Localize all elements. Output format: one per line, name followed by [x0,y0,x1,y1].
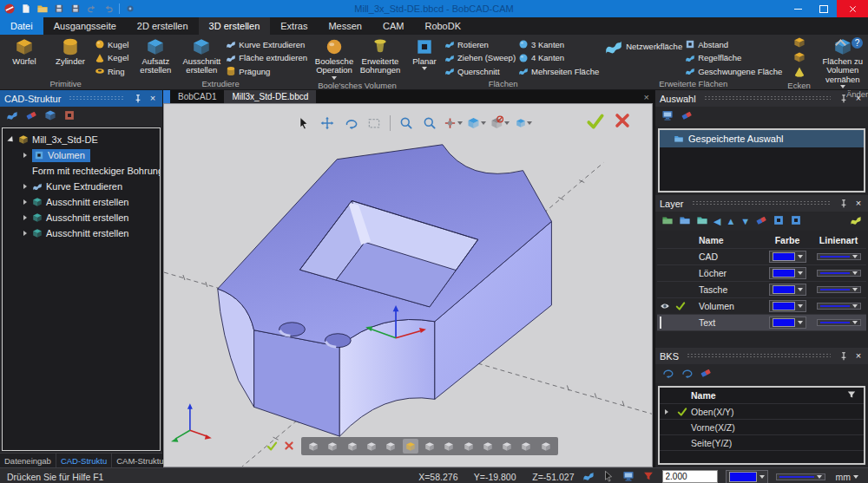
view-orientation-button[interactable] [499,439,515,454]
view-preset-tool[interactable] [514,114,533,133]
cursor-tool-icon[interactable] [602,470,615,483]
visibility-eye-icon[interactable] [657,301,673,311]
ok-button[interactable] [586,112,605,133]
zoom-window-tool[interactable] [397,114,416,133]
close-panel-icon[interactable]: × [853,351,864,362]
minimize-button[interactable] [785,0,811,17]
flag-icon[interactable] [642,470,654,483]
linestyle-dropdown[interactable] [817,253,861,260]
mehrseiten-flaeche-button[interactable]: Mehrseiten Fläche [518,65,599,78]
praegung-button[interactable]: Prägung [226,65,307,78]
cancel-button[interactable] [614,112,631,133]
bks-row-oben[interactable]: Oben(X/Y) [660,404,864,420]
tree-root[interactable]: Mill_3x_Std-DE [3,132,160,147]
geschwungene-flaeche-button[interactable]: Geschwungene Fläche [685,65,782,78]
zylinder-button[interactable]: Zylinder [49,36,92,66]
view-orientation-button[interactable] [364,439,379,454]
wcs-new-icon[interactable] [661,367,674,381]
color-dropdown[interactable] [769,267,806,279]
save-as-button[interactable] [69,3,82,15]
tab-dateneingabe[interactable]: Dateneingab [0,454,56,467]
dropdown-caret[interactable] [527,121,532,125]
linestyle-dropdown[interactable] [817,303,861,310]
linestyle-dropdown[interactable] [817,286,861,293]
querschnitt-button[interactable]: Querschnitt [444,65,516,78]
undo-button[interactable] [86,3,98,15]
view-orientation-button[interactable] [383,439,398,454]
view-orientation-button[interactable] [441,439,457,454]
tab-extras[interactable]: Extras [270,17,318,35]
dropdown-caret[interactable] [504,121,510,125]
dropdown-caret[interactable] [457,121,463,125]
kugel-button[interactable]: Kugel [95,38,128,51]
view-orientation-button[interactable] [538,439,554,454]
boolesche-operation-button[interactable]: Boolesche Operation [312,36,356,80]
color-dropdown[interactable] [769,284,806,296]
tab-3d-erstellen[interactable]: 3D erstellen [199,17,271,35]
erweiterte-bohrungen-button[interactable]: Erweiterte Bohrungen [358,36,402,75]
regelflaeche-button[interactable]: Regelfläche [685,52,782,65]
aufsatz-erstellen-button[interactable]: Aufsatz erstellen [134,36,177,75]
zoom-fit-tool[interactable] [420,114,439,133]
hide-plane-icon[interactable] [284,441,294,454]
flaeche-extrudieren-button[interactable]: Fläche extrudieren [226,52,307,65]
expander-icon[interactable] [22,184,29,189]
dropdown-caret[interactable] [481,121,486,125]
layer-add-icon[interactable] [679,214,691,228]
wuerfel-button[interactable]: Würfel [3,36,46,66]
tab-datei[interactable]: Datei [0,17,43,35]
layer-grid-icon[interactable] [790,214,802,228]
tree-tool-edit-icon[interactable] [44,109,56,123]
window-select-tool[interactable] [365,114,384,133]
wcs-edit-icon[interactable] [681,367,693,381]
color-dropdown[interactable] [769,251,806,263]
drei-kanten-button[interactable]: 3 Kanten [518,38,599,51]
tab-robodk[interactable]: RoboDK [414,17,471,35]
ring-button[interactable]: Ring [95,65,128,78]
pin-icon[interactable] [838,351,849,362]
line-width-input[interactable] [662,470,718,483]
layer-row-loecher[interactable]: Löcher [657,265,866,282]
view-orientation-button[interactable] [480,439,496,454]
corner-fillet-button[interactable] [793,36,806,50]
tree-item-ausschnitt-1[interactable]: Ausschnitt erstellen [3,194,160,210]
layer-move-down-icon[interactable]: ▼ [740,216,750,226]
open-file-button[interactable] [36,3,49,15]
layer-grid-add-icon[interactable] [773,214,785,228]
ziehen-sweep-button[interactable]: Ziehen (Sweep) [444,52,516,65]
kurve-extrudieren-button[interactable]: Kurve Extrudieren [226,38,307,51]
pin-icon[interactable] [838,199,849,209]
layer-row-text[interactable]: Text [657,315,866,331]
linestyle-dropdown[interactable] [817,270,861,277]
collapse-ribbon-button[interactable] [835,39,846,50]
layer-move-left-icon[interactable]: ◀ [713,216,720,227]
tab-2d-erstellen[interactable]: 2D erstellen [127,17,199,35]
active-check-icon[interactable] [673,301,688,311]
view-orientation-button[interactable] [306,439,321,454]
snap-tool-icon[interactable] [582,470,595,483]
hide-geometry-tool[interactable] [490,114,510,133]
filter-icon[interactable] [846,389,864,401]
settings-button[interactable] [124,3,136,15]
planar-button[interactable]: Planar [407,36,442,70]
tab-cam-struktur[interactable]: CAM-Struktu [112,454,168,467]
tab-cam[interactable]: CAM [372,17,414,35]
row-checkbox[interactable] [657,317,673,328]
current-linestyle-dropdown[interactable] [776,473,825,480]
netzwerkflaeche-button[interactable]: Netzwerkfläche [604,36,682,56]
selection-clear-icon[interactable] [681,109,693,123]
close-document-icon[interactable]: × [644,90,649,103]
close-panel-icon[interactable]: × [148,94,158,104]
rotieren-button[interactable]: Rotieren [444,38,516,51]
layer-highlight-icon[interactable] [850,214,862,228]
maximize-button[interactable] [811,0,837,17]
show-plane-icon[interactable] [266,441,278,454]
tab-messen[interactable]: Messen [318,17,372,35]
wcs-erase-icon[interactable] [700,367,712,381]
corner-trim-button[interactable] [793,66,806,80]
abstand-button[interactable]: Abstand [685,38,782,51]
expander-icon[interactable] [8,138,15,142]
current-color-dropdown[interactable] [726,470,768,483]
tree-item-kurve-extrudieren[interactable]: Kurve Extrudieren [3,179,160,194]
corner-chamfer-button[interactable] [793,51,806,65]
